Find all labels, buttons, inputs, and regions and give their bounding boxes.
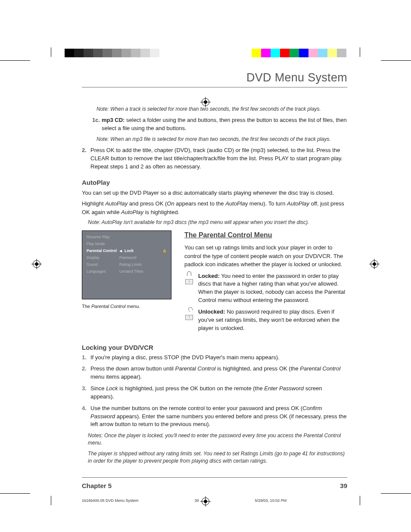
locking-heading: Locking your DVD/VCR — [82, 344, 347, 351]
note-text: Note: When a track is selected for more … — [97, 106, 347, 113]
footer-rule — [82, 477, 347, 478]
page-number: 39 — [340, 482, 347, 489]
list-item: 4.Use the number buttons on the remote c… — [82, 404, 347, 429]
autoplay-heading: AutoPlay — [82, 179, 347, 186]
unlocked-description: ↑ Unlocked: No password required to play… — [184, 308, 347, 333]
page-content: DVD Menu System Note: When a track is se… — [82, 71, 347, 476]
step-1c: 1c. mp3 CD: select a folder using the an… — [92, 116, 347, 133]
locked-description: ↑ Locked: You need to enter the password… — [184, 272, 347, 305]
lock-open-icon: ↑ — [184, 308, 194, 333]
note-text: The player is shipped without any rating… — [88, 450, 347, 465]
lock-closed-icon: ↑ — [184, 272, 194, 305]
registration-mark-icon — [371, 260, 378, 268]
list-item: 2.Press the down arrow button until Pare… — [82, 365, 347, 381]
page-footer: Chapter 5 39 — [82, 482, 347, 489]
note-text: Notes: Once the player is locked, you'll… — [88, 432, 347, 447]
registration-mark-icon — [33, 260, 40, 268]
menu-screenshot: Resume Play Play Mode Parental Control◀L… — [82, 230, 171, 299]
body-text: You can set up the DVD Player so a disc … — [82, 189, 347, 197]
header-rule — [82, 87, 347, 87]
page-title: DVD Menu System — [82, 71, 347, 84]
chapter-label: Chapter 5 — [82, 482, 112, 489]
parental-heading: The Parental Control Menu — [184, 231, 347, 239]
note-text: Note: When an mp3 file is selected for m… — [97, 136, 347, 143]
list-item: 1.If you're playing a disc, press STOP (… — [82, 354, 347, 362]
print-footer: 16166400.05 DVD Menu System 39 5/29/03, … — [82, 498, 347, 503]
list-item: 3.Since Lock is highlighted, just press … — [82, 385, 347, 401]
note-text: Note: AutoPlay isn't available for mp3 d… — [88, 219, 347, 226]
color-calibration-bars — [65, 49, 346, 59]
step-number: 2. — [82, 146, 90, 171]
step-2: 2. Press OK to add the title, chapter (D… — [82, 146, 347, 171]
body-text: Highlight AutoPlay and press OK (On appe… — [82, 199, 347, 216]
body-text: You can set up ratings limits and lock y… — [184, 243, 347, 269]
step-number: 1c. — [92, 116, 102, 133]
figure-caption: The Parental Control menu. — [82, 304, 172, 309]
